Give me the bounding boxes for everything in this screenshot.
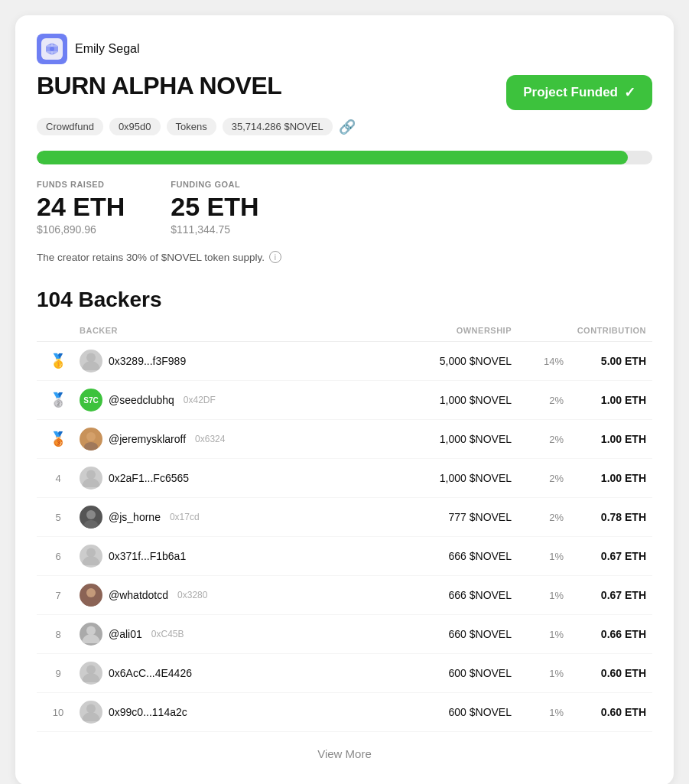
backer-avatar	[80, 623, 102, 646]
backer-avatar: S7C	[80, 389, 102, 412]
svg-point-12	[86, 665, 96, 675]
ownership-cell: 777 $NOVEL	[389, 511, 512, 523]
backer-name: @ali01	[109, 628, 142, 640]
backer-cell: @jeremysklaroff0x6324	[80, 428, 383, 451]
table-row: 4 0x2aF1...Fc6565 1,000 $NOVEL 2% 1.00 E…	[37, 459, 652, 498]
backer-address: 0x6324	[195, 434, 225, 444]
svg-point-3	[86, 432, 96, 441]
backer-name: @seedclubhq	[109, 394, 174, 406]
row-rank: 🥇	[43, 353, 73, 369]
funding-goal-stat: FUNDING GOAL 25 ETH $111,344.75	[171, 180, 258, 236]
contribution-cell: 0.60 ETH	[570, 706, 646, 718]
pct-cell: 14%	[518, 356, 564, 367]
backer-avatar	[80, 662, 102, 685]
header-rank	[43, 326, 73, 335]
svg-point-6	[86, 510, 96, 519]
pct-cell: 1%	[518, 551, 564, 562]
backers-title: 104 Backers	[37, 288, 652, 312]
contribution-cell: 0.60 ETH	[570, 667, 646, 679]
svg-point-4	[84, 442, 98, 451]
view-more-button[interactable]: View More	[317, 747, 372, 760]
check-icon: ✓	[624, 84, 635, 101]
progress-bar-container	[37, 151, 652, 164]
ownership-cell: 666 $NOVEL	[389, 550, 512, 562]
row-rank: 10	[43, 707, 73, 718]
ownership-cell: 1,000 $NOVEL	[389, 433, 512, 445]
pct-cell: 1%	[518, 668, 564, 679]
row-rank: 8	[43, 629, 73, 640]
table-row: 🥉 @jeremysklaroff0x6324 1,000 $NOVEL 2% …	[37, 420, 652, 459]
header-pct	[518, 326, 564, 335]
pct-cell: 1%	[518, 707, 564, 718]
project-title: BURN ALPHA NOVEL	[37, 72, 281, 100]
funded-badge: Project Funded ✓	[506, 75, 652, 110]
backer-cell: 0x99c0...114a2c	[80, 701, 383, 724]
contribution-cell: 0.78 ETH	[570, 511, 646, 523]
user-avatar-logo	[37, 34, 67, 64]
tag-tokens: Tokens	[167, 118, 216, 135]
pct-cell: 1%	[518, 629, 564, 640]
funds-raised-usd: $106,890.96	[37, 223, 125, 236]
tag-crowdfund: Crowdfund	[37, 118, 103, 135]
svg-point-5	[86, 470, 96, 480]
contribution-cell: 0.67 ETH	[570, 589, 646, 601]
funds-raised-eth: 24 ETH	[37, 192, 125, 222]
contribution-cell: 0.66 ETH	[570, 628, 646, 640]
progress-bar-fill	[37, 151, 628, 164]
funding-goal-usd: $111,344.75	[171, 223, 258, 236]
svg-point-13	[86, 704, 96, 714]
backer-avatar	[80, 467, 102, 490]
contribution-cell: 0.67 ETH	[570, 550, 646, 562]
creator-note-text: The creator retains 30% of $NOVEL token …	[37, 252, 265, 263]
contribution-cell: 1.00 ETH	[570, 472, 646, 484]
ownership-cell: 600 $NOVEL	[389, 667, 512, 679]
header-contribution: CONTRIBUTION	[570, 326, 646, 335]
contribution-cell: 1.00 ETH	[570, 433, 646, 445]
backer-avatar	[80, 350, 102, 372]
ownership-cell: 660 $NOVEL	[389, 628, 512, 640]
row-rank: 5	[43, 512, 73, 523]
tags-row: Crowdfund 0x95d0 Tokens 35,714.286 $NOVE…	[37, 118, 652, 135]
svg-point-7	[84, 520, 98, 529]
info-icon[interactable]: i	[269, 251, 281, 263]
rank-number: 9	[55, 668, 60, 679]
rank-number: 7	[55, 590, 60, 601]
funding-goal-label: FUNDING GOAL	[171, 180, 258, 189]
backer-name: 0x6AcC...4E4426	[109, 667, 192, 679]
backer-name: 0x371f...F1b6a1	[109, 550, 186, 562]
header-backer: BACKER	[80, 326, 383, 335]
svg-point-1	[50, 47, 54, 51]
table-row: 7 @whatdotcd0x3280 666 $NOVEL 1% 0.67 ET…	[37, 576, 652, 615]
rank-number: 6	[55, 551, 60, 562]
rank-number: 5	[55, 512, 60, 523]
funds-raised-label: FUNDS RAISED	[37, 180, 125, 189]
rank-number: 4	[55, 473, 60, 484]
backer-avatar	[80, 506, 102, 529]
backer-cell: @ali010xC45B	[80, 623, 383, 646]
backer-cell: 0x6AcC...4E4426	[80, 662, 383, 685]
table-row: 10 0x99c0...114a2c 600 $NOVEL 1% 0.60 ET…	[37, 693, 652, 732]
pct-cell: 1%	[518, 590, 564, 601]
row-rank: 🥈	[43, 392, 73, 408]
table-row: 8 @ali010xC45B 660 $NOVEL 1% 0.66 ETH	[37, 615, 652, 654]
backer-name: @whatdotcd	[109, 589, 168, 601]
link-icon[interactable]: 🔗	[339, 119, 356, 135]
svg-point-8	[86, 548, 96, 558]
row-rank: 6	[43, 551, 73, 562]
backer-cell: 0x2aF1...Fc6565	[80, 467, 383, 490]
ownership-cell: 5,000 $NOVEL	[389, 355, 512, 367]
backer-name: @js_horne	[109, 511, 161, 523]
title-funded-row: BURN ALPHA NOVEL Project Funded ✓	[37, 72, 652, 110]
svg-point-11	[86, 626, 96, 636]
table-row: 🥇 0x3289...f3F989 5,000 $NOVEL 14% 5.00 …	[37, 342, 652, 381]
funding-stats: FUNDS RAISED 24 ETH $106,890.96 FUNDING …	[37, 180, 652, 236]
row-rank: 9	[43, 668, 73, 679]
view-more-section: View More	[37, 747, 652, 761]
rank-number: 8	[55, 629, 60, 640]
backer-name: 0x99c0...114a2c	[109, 706, 187, 718]
backers-section: 104 Backers BACKER OWNERSHIP CONTRIBUTIO…	[37, 288, 652, 732]
svg-point-9	[86, 588, 96, 597]
pct-cell: 2%	[518, 512, 564, 523]
backer-address: 0x42DF	[184, 395, 216, 405]
svg-point-2	[86, 353, 96, 363]
